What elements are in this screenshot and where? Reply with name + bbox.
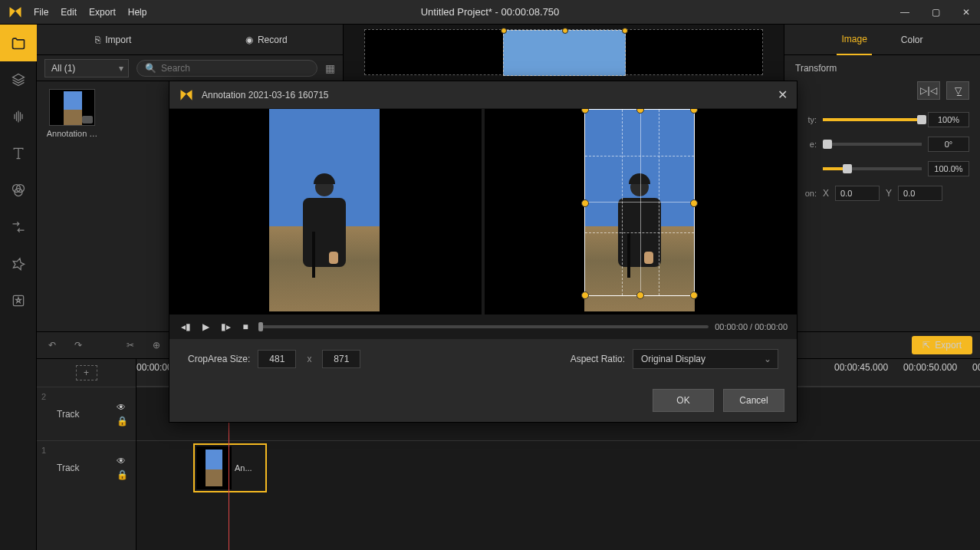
add-marker-button[interactable]: ⊕	[149, 338, 164, 353]
clip-label: An...	[235, 463, 255, 473]
pos-x-input[interactable]	[835, 186, 880, 201]
crop-handle[interactable]	[690, 291, 698, 299]
menubar: File Edit Export Help	[34, 7, 146, 18]
properties-panel: Image Color Transform ▷|◁ ▽̲ ty: 100% e:…	[784, 25, 980, 331]
aspect-ratio-select[interactable]: Original Display	[633, 349, 778, 369]
prev-frame-button[interactable]: ◂▮	[179, 320, 192, 334]
x-separator: x	[307, 354, 311, 364]
window-controls: — ▢ ✕	[897, 5, 974, 20]
record-tab[interactable]: ◉Record	[190, 25, 344, 54]
rotate-slider[interactable]	[823, 143, 922, 146]
media-thumb[interactable]: Annotation …	[44, 89, 100, 138]
flip-horizontal-button[interactable]: ▷|◁	[917, 81, 940, 100]
pos-y-label: Y	[886, 188, 892, 199]
titlebar: File Edit Export Help Untitled Project* …	[0, 0, 980, 25]
cut-button[interactable]: ✂	[123, 338, 138, 353]
play-button[interactable]: ▶	[199, 320, 212, 334]
playback-slider[interactable]	[258, 325, 709, 328]
crop-handle[interactable]	[636, 109, 644, 114]
sidebar-filters[interactable]	[0, 172, 37, 209]
app-logo	[179, 87, 194, 103]
crop-box[interactable]	[584, 109, 695, 296]
crop-preview-left	[169, 109, 482, 315]
sidebar-layers[interactable]	[0, 61, 37, 98]
app-logo	[6, 3, 25, 21]
track-head-1: 1 Track 👁🔒	[37, 440, 136, 494]
search-box[interactable]: 🔍	[136, 60, 317, 77]
window-title: Untitled Project* - 00:00:08.750	[421, 6, 560, 18]
stop-button[interactable]: ■	[238, 320, 252, 334]
opacity-slider[interactable]	[823, 118, 922, 121]
search-icon: 🔍	[145, 63, 156, 74]
crop-dialog: Annotation 2021-03-16 160715 ✕	[169, 81, 797, 423]
sidebar	[0, 25, 37, 550]
next-frame-button[interactable]: ▮▸	[219, 320, 232, 334]
sidebar-media[interactable]	[0, 25, 37, 61]
opacity-label: ty:	[795, 115, 817, 124]
rotate-value[interactable]: 0°	[928, 137, 969, 152]
crop-width-input[interactable]	[258, 350, 296, 368]
import-icon: ⎘	[95, 35, 100, 45]
lock-icon[interactable]: 🔒	[117, 416, 128, 426]
track-head-2: 2 Track 👁🔒	[37, 387, 136, 440]
cancel-button[interactable]: Cancel	[723, 389, 784, 412]
crop-preview-right[interactable]	[485, 109, 797, 315]
media-filter-select[interactable]: All (1)	[44, 59, 129, 77]
crop-handle[interactable]	[690, 109, 698, 114]
sidebar-text[interactable]	[0, 135, 37, 172]
menu-help[interactable]: Help	[128, 7, 147, 18]
tab-image[interactable]: Image	[837, 25, 871, 55]
view-grid-icon[interactable]: ▦	[325, 62, 335, 74]
add-track-button[interactable]: +	[76, 365, 97, 380]
menu-edit[interactable]: Edit	[61, 7, 77, 18]
pos-x-label: X	[823, 188, 829, 199]
export-icon: ⇱	[922, 340, 930, 351]
rotate-label: e:	[795, 140, 817, 149]
crop-handle[interactable]	[581, 109, 589, 114]
aspect-ratio-label: Aspect Ratio:	[571, 354, 625, 364]
sidebar-elements[interactable]	[0, 245, 37, 282]
ok-button[interactable]: OK	[653, 389, 714, 412]
crop-size-label: CropArea Size:	[188, 354, 250, 364]
import-tab[interactable]: ⎘Import	[37, 25, 190, 54]
track-row[interactable]: An...	[136, 440, 980, 494]
sidebar-audio[interactable]	[0, 98, 37, 135]
export-button[interactable]: ⇱Export	[912, 336, 972, 354]
preview-canvas[interactable]	[364, 29, 763, 75]
sidebar-favorites[interactable]	[0, 282, 37, 319]
dialog-title: Annotation 2021-03-16 160715	[202, 90, 328, 100]
position-label: on:	[795, 189, 817, 198]
dialog-titlebar: Annotation 2021-03-16 160715 ✕	[169, 81, 797, 109]
pos-y-input[interactable]	[898, 186, 942, 201]
close-button[interactable]: ✕	[959, 5, 974, 20]
scale-value[interactable]: 100.0%	[928, 161, 969, 176]
scale-slider[interactable]	[823, 167, 922, 170]
opacity-value[interactable]: 100%	[928, 112, 969, 127]
visibility-icon[interactable]: 👁	[117, 456, 128, 466]
crop-handle[interactable]	[581, 291, 589, 299]
undo-button[interactable]: ↶	[44, 338, 60, 353]
tab-color[interactable]: Color	[896, 25, 928, 55]
crop-height-input[interactable]	[322, 350, 360, 368]
visibility-icon[interactable]: 👁	[117, 402, 128, 413]
crop-handle[interactable]	[690, 199, 698, 207]
transform-section: Transform	[784, 55, 980, 81]
redo-button[interactable]: ↷	[71, 338, 86, 353]
flip-vertical-button[interactable]: ▽̲	[946, 81, 969, 100]
record-icon: ◉	[245, 35, 253, 45]
crop-handle[interactable]	[581, 199, 589, 207]
playback-time: 00:00:00 / 00:00:00	[715, 322, 788, 331]
track-name: Track	[57, 409, 80, 420]
lock-icon[interactable]: 🔒	[117, 469, 128, 480]
timeline-clip[interactable]: An...	[193, 443, 267, 492]
sidebar-transitions[interactable]	[0, 209, 37, 245]
menu-file[interactable]: File	[34, 7, 48, 18]
dialog-close-button[interactable]: ✕	[778, 87, 788, 102]
maximize-button[interactable]: ▢	[928, 5, 943, 20]
minimize-button[interactable]: —	[897, 5, 913, 20]
crop-handle[interactable]	[636, 291, 644, 299]
search-input[interactable]	[161, 63, 309, 74]
menu-export[interactable]: Export	[89, 7, 116, 18]
track-name: Track	[57, 463, 80, 473]
thumb-label: Annotation …	[44, 129, 100, 138]
